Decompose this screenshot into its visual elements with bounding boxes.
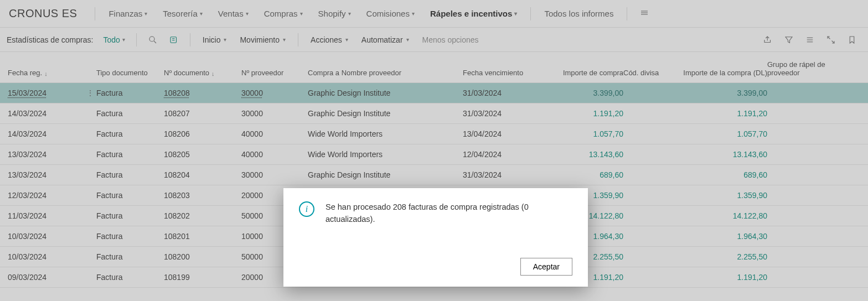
accept-button[interactable]: Aceptar <box>520 258 572 276</box>
info-icon: i <box>299 201 314 217</box>
info-dialog: i Se han procesado 208 facturas de compr… <box>283 188 588 287</box>
dialog-message: Se han procesado 208 facturas de compra … <box>326 201 572 226</box>
